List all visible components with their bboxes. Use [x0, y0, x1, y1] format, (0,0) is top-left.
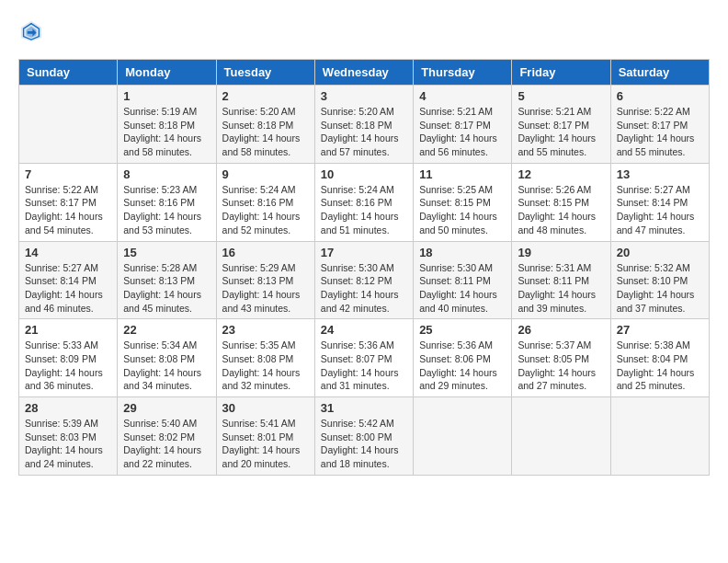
day-number: 16 — [222, 246, 309, 259]
calendar-day-cell: 18Sunrise: 5:30 AM Sunset: 8:11 PM Dayli… — [414, 241, 512, 319]
calendar-day-cell: 25Sunrise: 5:36 AM Sunset: 8:06 PM Dayli… — [414, 319, 512, 397]
day-number: 27 — [617, 323, 703, 337]
calendar-day-cell: 19Sunrise: 5:31 AM Sunset: 8:11 PM Dayli… — [512, 241, 610, 319]
day-number: 2 — [222, 89, 309, 103]
day-number: 5 — [518, 89, 604, 103]
day-info: Sunrise: 5:27 AM Sunset: 8:14 PM Dayligh… — [617, 183, 703, 237]
calendar-week-row: 1Sunrise: 5:19 AM Sunset: 8:18 PM Daylig… — [19, 86, 710, 164]
day-number: 19 — [518, 246, 604, 259]
day-number: 7 — [25, 167, 111, 181]
day-of-week-header: Saturday — [610, 60, 709, 86]
day-number: 13 — [617, 167, 703, 181]
calendar-day-cell: 6Sunrise: 5:22 AM Sunset: 8:17 PM Daylig… — [610, 86, 709, 164]
calendar-day-cell: 12Sunrise: 5:26 AM Sunset: 8:15 PM Dayli… — [512, 163, 610, 241]
calendar-day-cell: 10Sunrise: 5:24 AM Sunset: 8:16 PM Dayli… — [314, 163, 413, 241]
day-info: Sunrise: 5:25 AM Sunset: 8:15 PM Dayligh… — [419, 183, 506, 237]
calendar-day-cell: 2Sunrise: 5:20 AM Sunset: 8:18 PM Daylig… — [216, 86, 314, 164]
day-number: 24 — [321, 323, 407, 337]
calendar-day-cell — [610, 397, 709, 476]
day-number: 29 — [123, 401, 210, 415]
day-info: Sunrise: 5:22 AM Sunset: 8:17 PM Dayligh… — [25, 183, 111, 237]
calendar-day-cell: 27Sunrise: 5:38 AM Sunset: 8:04 PM Dayli… — [610, 319, 709, 397]
day-number: 15 — [123, 246, 210, 259]
calendar-week-row: 21Sunrise: 5:33 AM Sunset: 8:09 PM Dayli… — [19, 319, 710, 397]
calendar-day-cell: 16Sunrise: 5:29 AM Sunset: 8:13 PM Dayli… — [216, 241, 314, 319]
day-info: Sunrise: 5:39 AM Sunset: 8:03 PM Dayligh… — [25, 417, 111, 471]
day-info: Sunrise: 5:24 AM Sunset: 8:16 PM Dayligh… — [321, 183, 407, 237]
calendar-day-cell: 17Sunrise: 5:30 AM Sunset: 8:12 PM Dayli… — [314, 241, 413, 319]
day-number: 28 — [25, 401, 111, 415]
calendar-day-cell: 23Sunrise: 5:35 AM Sunset: 8:08 PM Dayli… — [216, 319, 314, 397]
day-info: Sunrise: 5:42 AM Sunset: 8:00 PM Dayligh… — [321, 417, 407, 471]
day-number: 22 — [123, 323, 210, 337]
calendar-day-cell: 29Sunrise: 5:40 AM Sunset: 8:02 PM Dayli… — [118, 397, 216, 476]
day-info: Sunrise: 5:30 AM Sunset: 8:11 PM Dayligh… — [419, 261, 506, 316]
day-number: 6 — [617, 89, 703, 103]
day-number: 26 — [518, 323, 604, 337]
calendar-day-cell: 1Sunrise: 5:19 AM Sunset: 8:18 PM Daylig… — [118, 86, 216, 164]
day-number: 11 — [419, 167, 506, 181]
calendar-day-cell: 14Sunrise: 5:27 AM Sunset: 8:14 PM Dayli… — [19, 241, 118, 319]
calendar-day-cell: 7Sunrise: 5:22 AM Sunset: 8:17 PM Daylig… — [19, 163, 118, 241]
day-info: Sunrise: 5:34 AM Sunset: 8:08 PM Dayligh… — [123, 339, 210, 393]
page-header — [18, 18, 710, 44]
day-info: Sunrise: 5:21 AM Sunset: 8:17 PM Dayligh… — [518, 105, 604, 159]
calendar-day-cell: 22Sunrise: 5:34 AM Sunset: 8:08 PM Dayli… — [118, 319, 216, 397]
day-number: 23 — [222, 323, 309, 337]
day-info: Sunrise: 5:20 AM Sunset: 8:18 PM Dayligh… — [321, 105, 407, 159]
calendar-day-cell: 13Sunrise: 5:27 AM Sunset: 8:14 PM Dayli… — [610, 163, 709, 241]
calendar-week-row: 28Sunrise: 5:39 AM Sunset: 8:03 PM Dayli… — [19, 397, 710, 476]
calendar-day-cell: 31Sunrise: 5:42 AM Sunset: 8:00 PM Dayli… — [314, 397, 413, 476]
day-info: Sunrise: 5:32 AM Sunset: 8:10 PM Dayligh… — [617, 261, 703, 316]
calendar-day-cell: 4Sunrise: 5:21 AM Sunset: 8:17 PM Daylig… — [414, 86, 512, 164]
day-number: 31 — [321, 401, 407, 415]
calendar-day-cell: 11Sunrise: 5:25 AM Sunset: 8:15 PM Dayli… — [414, 163, 512, 241]
calendar-day-cell: 30Sunrise: 5:41 AM Sunset: 8:01 PM Dayli… — [216, 397, 314, 476]
day-info: Sunrise: 5:20 AM Sunset: 8:18 PM Dayligh… — [222, 105, 309, 159]
day-of-week-header: Thursday — [414, 60, 512, 86]
day-info: Sunrise: 5:31 AM Sunset: 8:11 PM Dayligh… — [518, 261, 604, 316]
day-info: Sunrise: 5:36 AM Sunset: 8:07 PM Dayligh… — [321, 339, 407, 393]
day-number: 17 — [321, 246, 407, 259]
day-number: 25 — [419, 323, 506, 337]
day-number: 4 — [419, 89, 506, 103]
day-number: 30 — [222, 401, 309, 415]
calendar-day-cell: 15Sunrise: 5:28 AM Sunset: 8:13 PM Dayli… — [118, 241, 216, 319]
day-info: Sunrise: 5:35 AM Sunset: 8:08 PM Dayligh… — [222, 339, 309, 393]
day-number: 8 — [123, 167, 210, 181]
day-info: Sunrise: 5:38 AM Sunset: 8:04 PM Dayligh… — [617, 339, 703, 393]
day-of-week-header: Friday — [512, 60, 610, 86]
calendar-day-cell — [414, 397, 512, 476]
day-number: 14 — [25, 246, 111, 259]
day-number: 20 — [617, 246, 703, 259]
calendar-day-cell: 21Sunrise: 5:33 AM Sunset: 8:09 PM Dayli… — [19, 319, 118, 397]
day-of-week-header: Wednesday — [314, 60, 413, 86]
day-info: Sunrise: 5:30 AM Sunset: 8:12 PM Dayligh… — [321, 261, 407, 316]
day-number: 1 — [123, 89, 210, 103]
calendar-week-row: 14Sunrise: 5:27 AM Sunset: 8:14 PM Dayli… — [19, 241, 710, 319]
day-info: Sunrise: 5:37 AM Sunset: 8:05 PM Dayligh… — [518, 339, 604, 393]
logo-icon — [18, 18, 44, 44]
calendar-day-cell — [19, 86, 118, 164]
logo — [18, 18, 48, 44]
day-info: Sunrise: 5:33 AM Sunset: 8:09 PM Dayligh… — [25, 339, 111, 393]
day-info: Sunrise: 5:22 AM Sunset: 8:17 PM Dayligh… — [617, 105, 703, 159]
calendar-day-cell: 9Sunrise: 5:24 AM Sunset: 8:16 PM Daylig… — [216, 163, 314, 241]
day-info: Sunrise: 5:40 AM Sunset: 8:02 PM Dayligh… — [123, 417, 210, 471]
day-info: Sunrise: 5:36 AM Sunset: 8:06 PM Dayligh… — [419, 339, 506, 393]
calendar-day-cell: 24Sunrise: 5:36 AM Sunset: 8:07 PM Dayli… — [314, 319, 413, 397]
day-info: Sunrise: 5:23 AM Sunset: 8:16 PM Dayligh… — [123, 183, 210, 237]
calendar-table: SundayMondayTuesdayWednesdayThursdayFrid… — [18, 59, 710, 476]
day-number: 10 — [321, 167, 407, 181]
day-number: 12 — [518, 167, 604, 181]
calendar-day-cell: 20Sunrise: 5:32 AM Sunset: 8:10 PM Dayli… — [610, 241, 709, 319]
calendar-week-row: 7Sunrise: 5:22 AM Sunset: 8:17 PM Daylig… — [19, 163, 710, 241]
day-number: 21 — [25, 323, 111, 337]
day-info: Sunrise: 5:21 AM Sunset: 8:17 PM Dayligh… — [419, 105, 506, 159]
day-info: Sunrise: 5:29 AM Sunset: 8:13 PM Dayligh… — [222, 261, 309, 316]
calendar-day-cell: 28Sunrise: 5:39 AM Sunset: 8:03 PM Dayli… — [19, 397, 118, 476]
day-info: Sunrise: 5:26 AM Sunset: 8:15 PM Dayligh… — [518, 183, 604, 237]
day-of-week-header: Sunday — [19, 60, 118, 86]
day-number: 18 — [419, 246, 506, 259]
day-info: Sunrise: 5:24 AM Sunset: 8:16 PM Dayligh… — [222, 183, 309, 237]
